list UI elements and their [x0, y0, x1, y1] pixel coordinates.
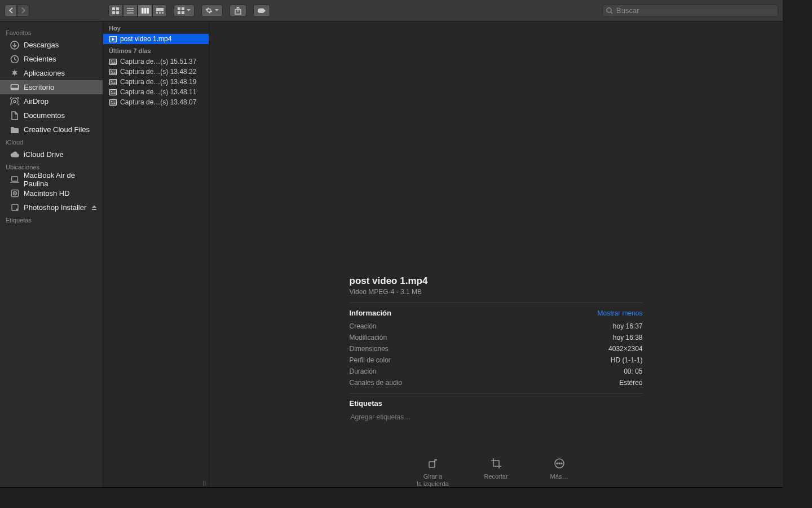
- info-value: HD (1-1-1): [611, 356, 643, 364]
- video-file-icon: [109, 36, 117, 42]
- arrange-button[interactable]: [174, 5, 195, 17]
- sidebar-item-label: Macintosh HD: [24, 189, 70, 198]
- svg-rect-13: [162, 12, 164, 14]
- info-row: Modificaciónhoy 16:38: [350, 332, 643, 343]
- image-file-icon: [109, 68, 117, 75]
- svg-rect-9: [147, 8, 149, 14]
- forward-button[interactable]: [17, 5, 29, 17]
- sidebar-item-aplicaciones[interactable]: Aplicaciones: [0, 66, 103, 80]
- svg-point-53: [559, 463, 560, 464]
- info-row: Creaciónhoy 16:37: [350, 321, 643, 332]
- svg-point-49: [111, 101, 112, 102]
- quick-action-label: Girar ala izquierda: [417, 473, 448, 487]
- svg-line-20: [611, 12, 612, 14]
- svg-rect-16: [178, 11, 180, 14]
- view-gallery-button[interactable]: [152, 5, 167, 17]
- info-value: Estéreo: [619, 379, 642, 387]
- search-input[interactable]: [616, 6, 774, 15]
- image-file-icon: [109, 58, 117, 65]
- file-row[interactable]: Captura de…(s) 15.51.37: [103, 56, 209, 67]
- svg-point-19: [607, 8, 611, 12]
- quick-action-more[interactable]: Más…: [541, 457, 578, 487]
- view-list-button[interactable]: [123, 5, 138, 17]
- share-button[interactable]: [230, 5, 246, 17]
- svg-point-46: [111, 91, 112, 92]
- sidebar-item-recientes[interactable]: Recientes: [0, 52, 103, 66]
- download-icon: [10, 41, 19, 50]
- sidebar-item-label: Creative Cloud Files: [24, 125, 90, 134]
- svg-point-40: [111, 71, 112, 72]
- desktop-icon: [10, 83, 19, 92]
- sidebar-item-airdrop[interactable]: AirDrop: [0, 94, 103, 108]
- view-icon-button[interactable]: [108, 5, 123, 17]
- airdrop-icon: [10, 97, 19, 106]
- svg-point-37: [111, 60, 112, 62]
- sidebar-item-label: Photoshop Installer: [24, 203, 86, 212]
- quick-action-label: Recortar: [484, 473, 508, 480]
- sidebar: FavoritosDescargasRecientesAplicacionesE…: [0, 21, 103, 487]
- file-row[interactable]: Captura de…(s) 13.48.22: [103, 67, 209, 77]
- sidebar-section-header: Etiquetas: [0, 214, 103, 225]
- svg-rect-2: [112, 11, 115, 14]
- file-row[interactable]: Captura de…(s) 13.48.19: [103, 77, 209, 87]
- svg-rect-11: [156, 12, 158, 14]
- eject-icon[interactable]: [91, 205, 97, 211]
- sidebar-item-macintosh-hd[interactable]: Macintosh HD: [0, 186, 103, 200]
- sidebar-item-label: iCloud Drive: [24, 150, 64, 159]
- quick-action-rotate[interactable]: Girar ala izquierda: [414, 457, 452, 487]
- image-file-icon: [109, 78, 117, 85]
- sidebar-item-macbook-air-de-paulina[interactable]: MacBook Air de Paulina: [0, 172, 103, 186]
- sidebar-item-escritorio[interactable]: Escritorio: [0, 80, 103, 94]
- svg-rect-3: [116, 11, 119, 14]
- info-key: Canales de audio: [350, 379, 402, 387]
- file-row[interactable]: Captura de…(s) 13.48.07: [103, 97, 209, 107]
- tags-button[interactable]: [253, 5, 270, 17]
- sidebar-item-descargas[interactable]: Descargas: [0, 38, 103, 52]
- file-row[interactable]: post video 1.mp4: [103, 34, 209, 44]
- search-field[interactable]: [602, 5, 778, 17]
- svg-rect-7: [142, 8, 144, 14]
- rotate-icon: [427, 457, 439, 470]
- svg-rect-23: [11, 85, 19, 90]
- action-menu-button[interactable]: [201, 5, 223, 17]
- svg-rect-0: [112, 7, 115, 10]
- info-key: Modificación: [350, 334, 387, 341]
- tags-input[interactable]: Agregar etiquetas…: [350, 411, 643, 423]
- info-value: hoy 16:38: [613, 334, 643, 341]
- chevron-down-icon: [187, 9, 191, 12]
- file-name: Captura de…(s) 15.51.37: [120, 58, 196, 65]
- image-file-icon: [109, 89, 117, 95]
- file-name: Captura de…(s) 13.48.07: [120, 98, 196, 106]
- svg-point-43: [111, 81, 112, 82]
- preview-pane: post video 1.mp4 Video MPEG-4 - 3.1 MB I…: [209, 21, 783, 487]
- sidebar-item-label: AirDrop: [24, 97, 48, 106]
- sidebar-item-label: Descargas: [24, 41, 59, 49]
- view-column-button[interactable]: [138, 5, 152, 17]
- file-column: Hoypost video 1.mp4Últimos 7 díasCaptura…: [103, 21, 209, 487]
- laptop-icon: [10, 175, 19, 184]
- sidebar-item-icloud-drive[interactable]: iCloud Drive: [0, 147, 103, 161]
- sidebar-section-header: Favoritos: [0, 27, 103, 38]
- svg-rect-14: [178, 7, 180, 10]
- sidebar-item-documentos[interactable]: Documentos: [0, 108, 103, 122]
- clock-icon: [10, 55, 19, 64]
- show-less-link[interactable]: Mostrar menos: [597, 309, 642, 317]
- preview-subtitle: Video MPEG-4 - 3.1 MB: [350, 288, 643, 303]
- image-file-icon: [109, 99, 117, 106]
- window-body: FavoritosDescargasRecientesAplicacionesE…: [0, 21, 783, 487]
- back-button[interactable]: [5, 5, 17, 17]
- file-name: Captura de…(s) 13.48.19: [120, 78, 196, 86]
- folder-icon: [10, 125, 19, 134]
- apps-icon: [10, 69, 19, 78]
- svg-point-52: [557, 463, 558, 464]
- file-group-header: Hoy: [103, 21, 209, 34]
- column-resize-handle[interactable]: ||: [202, 480, 206, 486]
- quick-action-crop[interactable]: Recortar: [478, 457, 515, 487]
- file-row[interactable]: Captura de…(s) 13.48.11: [103, 87, 209, 97]
- sidebar-item-photoshop-installer[interactable]: Photoshop Installer: [0, 200, 103, 214]
- sidebar-item-label: Escritorio: [24, 83, 54, 91]
- sidebar-item-creative-cloud-files[interactable]: Creative Cloud Files: [0, 122, 103, 137]
- sidebar-item-label: Recientes: [24, 55, 56, 63]
- info-row: Canales de audioEstéreo: [350, 377, 643, 388]
- cloud-icon: [10, 150, 19, 159]
